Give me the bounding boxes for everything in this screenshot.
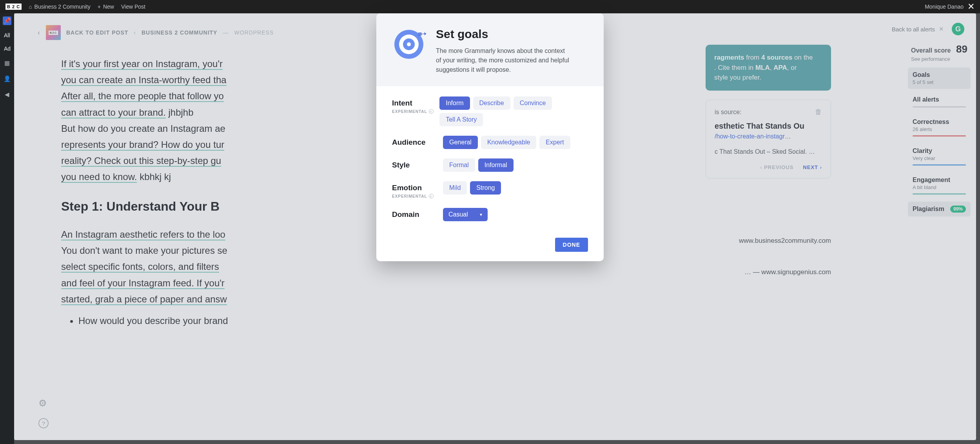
pill-informal[interactable]: Informal [478,158,514,172]
set-goals-modal: ➶ Set goals The more Grammarly knows abo… [376,13,604,261]
overall-score-value: 89 [956,43,967,55]
source-domain-1: www.business2community.com [682,237,831,245]
breadcrumb-site[interactable]: BUSINESS 2 COMMUNITY [142,29,217,36]
pill-convince[interactable]: Convince [514,96,552,110]
post-thumbnail: B2C [46,25,61,40]
modal-desc: The more Grammarly knows about the conte… [436,46,569,75]
circle-icon[interactable]: ◀ [3,90,11,99]
pill-knowledgeable[interactable]: Knowledgeable [481,136,536,149]
audience-row: Audience GeneralKnowledgeableExpert [392,136,588,149]
pill-mild[interactable]: Mild [443,181,467,195]
source-link[interactable]: /how-to-create-an-instagr… [715,133,822,140]
prev-button[interactable]: ‹ PREVIOUS [760,164,793,170]
rail-ad[interactable]: Ad [0,45,14,52]
chevron-left-icon[interactable]: ‹ [38,29,40,37]
source-domain-2: … — www.signupgenius.com [682,268,831,276]
home-icon: ⌂ [29,4,32,10]
pill-expert[interactable]: Expert [539,136,570,149]
help-icon[interactable]: ? [38,418,49,428]
wp-user[interactable]: Monique Danao [925,4,964,10]
breadcrumb-back[interactable]: BACK TO EDIT POST [66,29,128,36]
breadcrumb: ‹ B2C BACK TO EDIT POST ‹ BUSINESS 2 COM… [38,25,274,40]
user-icon[interactable]: 👤 [3,75,11,83]
domain-select[interactable]: Casual ▾ [443,208,488,221]
overall-score-label: Overall score [911,47,951,54]
wp-logo[interactable]: B 2 C [5,4,22,10]
wp-new-link[interactable]: +New [98,4,114,10]
plus-icon: + [98,4,101,10]
rail-all[interactable]: All [0,32,14,38]
plagiarism-pct: 99% [950,206,966,213]
plagiarism-card[interactable]: Plagiarism 99% [908,202,971,217]
pill-inform[interactable]: Inform [439,96,470,110]
emotion-row: EmotionEXPERIMENTALi MildStrong [392,181,588,198]
gear-icon[interactable]: ⚙ [38,398,47,409]
breadcrumb-platform: WORDPRESS [234,29,274,36]
clarity-card[interactable]: Clarity Very clear [908,144,971,169]
wp-site-link[interactable]: ⌂Business 2 Community [29,4,91,10]
back-to-alerts[interactable]: Back to all alerts ✕ [892,25,944,33]
info-icon[interactable]: i [429,109,434,114]
source-card: is source:🗑 esthetic That Stands Ou /how… [706,100,831,178]
domain-row: Domain Casual ▾ [392,208,588,221]
chevron-down-icon: ▾ [480,212,482,217]
goals-card[interactable]: Goals 5 of 5 set [908,67,971,89]
info-icon[interactable]: i [429,194,434,198]
list-item: How would you describe your brand [78,313,951,328]
pin-icon[interactable]: 📌 [3,16,11,25]
next-button[interactable]: NEXT › [803,164,822,170]
done-button[interactable]: DONE [555,238,588,252]
wp-view-post[interactable]: View Post [121,4,145,10]
engagement-card[interactable]: Engagement A bit bland [908,173,971,198]
pill-strong[interactable]: Strong [470,181,501,195]
citation-banner: ragments from 4 sources on the . Cite th… [706,45,831,91]
grid-icon[interactable]: ▦ [3,59,11,67]
source-title: esthetic That Stands Ou [715,122,822,131]
grammarly-badge[interactable]: G [952,23,964,35]
correctness-card[interactable]: Correctness 26 alerts [908,115,971,140]
target-icon: ➶ [392,27,426,61]
trash-icon[interactable]: 🗑 [815,108,822,116]
pill-general[interactable]: General [443,136,478,149]
wp-admin-bar: B 2 C ⌂Business 2 Community +New View Po… [0,0,980,13]
see-performance[interactable]: See performance [908,55,971,67]
style-row: Style FormalInformal [392,158,588,172]
modal-title: Set goals [436,27,569,41]
editor-left-rail: 📌 All Ad ▦ 👤 ◀ [0,13,14,444]
close-alerts-icon[interactable]: ✕ [939,25,944,33]
all-alerts-card[interactable]: All alerts [908,92,971,111]
pill-tell-a-story[interactable]: Tell A Story [439,113,483,126]
stats-sidebar: Overall score 89 See performance Goals 5… [908,43,971,217]
intent-row: IntentEXPERIMENTALi InformDescribeConvin… [392,96,588,126]
pill-describe[interactable]: Describe [473,96,510,110]
close-icon[interactable]: ✕ [967,2,975,12]
pill-formal[interactable]: Formal [443,158,475,172]
